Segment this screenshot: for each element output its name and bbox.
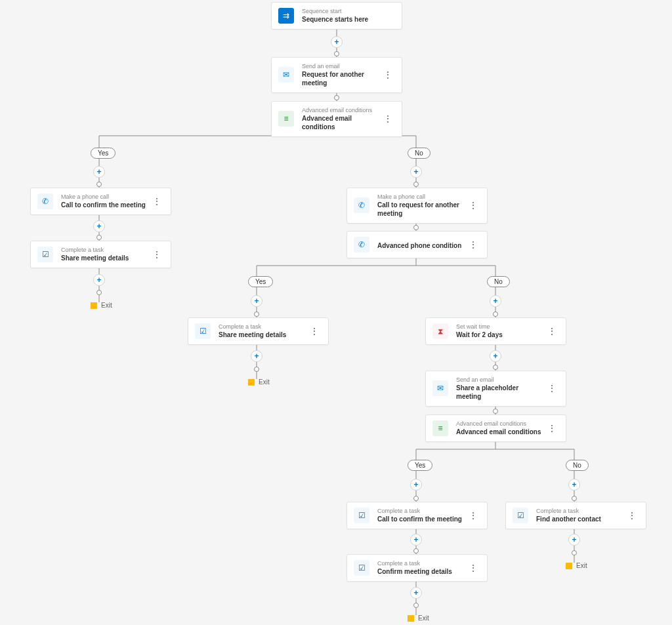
node-phone-condition[interactable]: ✆Advanced phone condition⋮	[346, 231, 488, 258]
wait-icon: ⧗	[432, 323, 448, 339]
node-title: Find another contact	[536, 515, 625, 523]
node-type: Sequence start	[302, 8, 395, 15]
add-step-button[interactable]: +	[568, 534, 580, 546]
node-phone-call[interactable]: ✆Make a phone callCall to request for an…	[346, 188, 488, 224]
node-type: Make a phone call	[377, 193, 466, 201]
node-title: Wait for 2 days	[456, 331, 545, 339]
node-phone-call[interactable]: ✆Make a phone callCall to confirm the me…	[30, 188, 171, 215]
connector-dot	[572, 496, 577, 501]
node-type: Make a phone call	[61, 193, 150, 201]
more-icon[interactable]: ⋮	[381, 70, 395, 80]
node-title: Share meeting details	[61, 254, 150, 262]
add-step-button[interactable]: +	[251, 350, 262, 362]
yes-pill: Yes	[91, 148, 116, 159]
connector-dot	[493, 365, 498, 370]
more-icon[interactable]: ⋮	[466, 510, 480, 521]
node-complete-task[interactable]: ☑Complete a taskCall to confirm the meet…	[346, 502, 488, 529]
node-wait[interactable]: ⧗Set wait timeWait for 2 days⋮	[425, 317, 566, 345]
add-step-button[interactable]: +	[410, 479, 422, 491]
node-type: Set wait time	[456, 323, 545, 331]
no-pill: No	[408, 148, 430, 159]
email-icon: ✉	[432, 380, 448, 396]
more-icon[interactable]: ⋮	[625, 510, 639, 521]
no-pill: No	[566, 460, 589, 471]
exit-marker: Exit	[566, 562, 587, 569]
more-icon[interactable]: ⋮	[150, 196, 164, 207]
add-step-button[interactable]: +	[568, 479, 580, 491]
exit-marker: Exit	[91, 302, 112, 309]
condition-icon: ≡	[432, 420, 448, 436]
flag-icon	[248, 379, 255, 386]
node-title: Advanced email conditions	[456, 428, 545, 436]
add-step-button[interactable]: +	[410, 587, 422, 599]
node-title: Request for another meeting	[302, 70, 381, 87]
more-icon[interactable]: ⋮	[150, 249, 164, 260]
node-type: Advanced email conditions	[302, 107, 381, 114]
connector-dot	[334, 95, 339, 100]
node-title: Advanced phone condition	[377, 241, 466, 250]
node-type: Complete a task	[377, 508, 466, 515]
node-email-conditions[interactable]: ≡Advanced email conditionsAdvanced email…	[271, 101, 402, 137]
connector-dot	[96, 235, 102, 240]
phone-icon: ✆	[37, 193, 53, 209]
connector-dot	[96, 182, 102, 187]
add-step-button[interactable]: +	[410, 534, 422, 546]
node-title: Call to confirm the meeting	[61, 201, 150, 209]
more-icon[interactable]: ⋮	[545, 423, 559, 433]
connector-dot	[413, 182, 419, 187]
add-step-button[interactable]: +	[490, 350, 501, 362]
task-icon: ☑	[195, 323, 211, 339]
add-step-button[interactable]: +	[331, 36, 343, 48]
exit-marker: Exit	[408, 615, 429, 622]
node-email-conditions[interactable]: ≡Advanced email conditionsAdvanced email…	[425, 414, 566, 442]
node-title: Share a placeholder meeting	[456, 384, 545, 401]
node-title: Call to request for another meeting	[377, 201, 466, 218]
more-icon[interactable]: ⋮	[466, 563, 480, 573]
connector-dot	[493, 312, 498, 317]
more-icon[interactable]: ⋮	[466, 200, 480, 211]
flag-icon	[566, 563, 572, 569]
more-icon[interactable]: ⋮	[381, 113, 395, 124]
more-icon[interactable]: ⋮	[545, 326, 559, 336]
no-pill: No	[487, 276, 510, 287]
node-complete-task[interactable]: ☑Complete a taskShare meeting details⋮	[30, 241, 171, 268]
more-icon[interactable]: ⋮	[545, 383, 559, 393]
flag-icon	[408, 615, 414, 622]
node-complete-task[interactable]: ☑Complete a taskFind another contact⋮	[505, 502, 646, 529]
more-icon[interactable]: ⋮	[307, 326, 322, 336]
add-step-button[interactable]: +	[93, 220, 105, 232]
sequence-start-icon: ⇉	[278, 8, 294, 24]
yes-pill: Yes	[248, 276, 273, 287]
connector-dot	[334, 51, 339, 56]
node-type: Complete a task	[219, 323, 307, 331]
connector-dot	[96, 290, 102, 295]
task-icon: ☑	[37, 247, 53, 262]
add-step-button[interactable]: +	[251, 295, 262, 307]
connector-dot	[493, 409, 498, 414]
add-step-button[interactable]: +	[490, 295, 501, 307]
task-icon: ☑	[354, 560, 369, 576]
connector-dot	[413, 603, 419, 608]
node-title: Share meeting details	[219, 331, 307, 339]
node-type: Advanced email conditions	[456, 420, 545, 428]
node-title: Call to confirm the meeting	[377, 515, 466, 523]
exit-marker: Exit	[248, 378, 270, 386]
node-send-email[interactable]: ✉Send an emailRequest for another meetin…	[271, 57, 402, 93]
more-icon[interactable]: ⋮	[466, 239, 480, 250]
node-complete-task[interactable]: ☑Complete a taskConfirm meeting details⋮	[346, 554, 488, 582]
node-type: Send an email	[302, 63, 381, 70]
node-complete-task[interactable]: ☑Complete a taskShare meeting details⋮	[188, 317, 329, 345]
node-send-email[interactable]: ✉Send an emailShare a placeholder meetin…	[425, 371, 566, 407]
flag-icon	[91, 302, 97, 309]
task-icon: ☑	[354, 508, 369, 523]
connector-dot	[413, 225, 419, 230]
email-icon: ✉	[278, 67, 294, 83]
add-step-button[interactable]: +	[93, 166, 105, 178]
node-title: Confirm meeting details	[377, 567, 466, 576]
yes-pill: Yes	[408, 460, 432, 471]
add-step-button[interactable]: +	[410, 166, 422, 178]
connector-dot	[413, 548, 419, 554]
node-sequence-start[interactable]: ⇉Sequence startSequence starts here	[271, 2, 402, 30]
connector-dot	[254, 312, 259, 317]
add-step-button[interactable]: +	[93, 274, 105, 286]
